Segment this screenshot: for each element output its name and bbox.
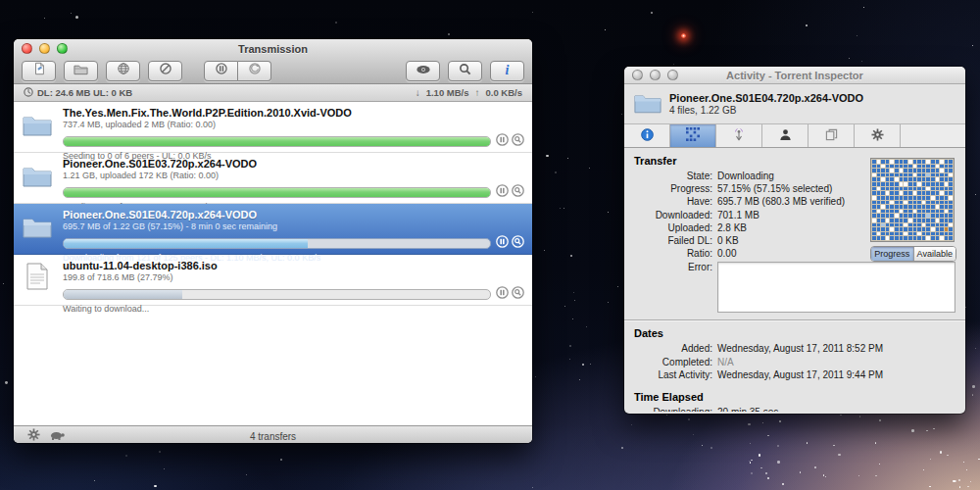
speed-limit-button[interactable] [45,428,69,443]
zoom-button[interactable] [667,70,678,80]
pause-all-button[interactable] [204,61,238,81]
star [760,467,761,468]
antenna-icon [732,127,746,145]
tab-tracker[interactable] [716,124,762,147]
pause-torrent-button[interactable] [496,132,509,150]
piece-cell [913,182,917,186]
tab-activity[interactable] [670,124,716,147]
piece-cell [936,223,940,227]
piece-cell [913,210,917,214]
piece-cell [877,187,881,191]
piece-cell [945,219,949,222]
piece-cell [900,236,904,240]
tab-info[interactable] [624,124,670,147]
transfer-count: 4 transfers [14,431,532,442]
session-totals[interactable]: DL: 24.6 MB UL: 0 KB [37,87,132,98]
inspector-titlebar[interactable]: Activity - Torrent Inspector [624,67,965,84]
failed-dl-label: Failed DL: [634,234,712,247]
piece-cell [917,219,921,222]
quicklook-button[interactable] [406,61,440,81]
info-circle-icon [641,127,654,145]
star [953,480,955,482]
piece-cell [908,182,912,186]
pause-torrent-button[interactable] [496,234,509,252]
piece-cell [913,214,917,218]
piece-cell [917,182,921,186]
piece-cell [890,196,894,200]
piece-cell [900,210,904,214]
piece-cell [926,214,930,218]
piece-cell [917,196,921,200]
reveal-torrent-button[interactable] [512,234,524,252]
reveal-torrent-button[interactable] [512,183,524,201]
filter-search-button[interactable] [448,61,482,81]
piece-cell [922,214,926,218]
piece-cell [917,187,921,191]
reveal-torrent-button[interactable] [512,285,524,303]
open-torrent-button[interactable] [64,61,98,81]
star [838,454,840,456]
inspector-button[interactable]: i [490,61,524,81]
piece-cell [922,210,926,214]
piece-cell [945,182,949,186]
open-address-button[interactable] [106,61,140,81]
star [5,381,8,384]
piece-cell [922,227,926,231]
piece-cell [913,160,917,164]
star [965,307,966,308]
piece-cell [877,223,881,227]
piece-cell [917,232,921,236]
piece-cell [881,173,885,177]
piece-cell [917,214,921,218]
piece-cell [917,205,921,209]
transfer-row[interactable]: Pioneer.One.S01E03.720p.x264-VODO 1.21 G… [14,153,532,204]
minimize-button[interactable] [39,43,50,54]
create-torrent-button[interactable] [22,61,56,81]
star [765,472,767,474]
close-button[interactable] [22,43,32,54]
tab-peers[interactable] [762,124,808,147]
star [567,158,568,159]
piece-cell [900,205,904,209]
piece-cell [900,227,904,231]
piece-cell [922,236,926,240]
download-arrow-icon: ↓ [416,87,420,98]
tab-options[interactable] [855,124,901,147]
tab-files[interactable] [808,124,855,147]
error-label: Error: [634,262,712,313]
preferences-button[interactable] [22,428,45,443]
piece-cell [904,205,907,209]
transfer-row[interactable]: The.Yes.Men.Fix.The.World.P2P.Edition.20… [14,102,532,153]
pieces-progress-segment[interactable]: Progress [871,247,913,261]
resume-all-button[interactable] [238,61,271,81]
transfer-row-selected[interactable]: Pioneer.One.S01E04.720p.x264-VODO 695.7 … [14,204,532,255]
piece-cell [904,191,907,195]
pause-torrent-button[interactable] [496,183,509,201]
piece-cell [881,201,885,205]
piece-cell [949,177,953,181]
inspector-tabs [624,123,965,148]
error-field[interactable] [717,262,956,313]
piece-cell [949,205,953,209]
piece-cell [913,177,917,181]
piece-cell [940,232,944,236]
pause-torrent-button[interactable] [496,285,509,303]
transmission-titlebar[interactable]: Transmission [14,39,532,58]
transfer-totals-icon[interactable] [24,87,33,99]
piece-cell [940,165,944,169]
piece-cell [904,223,907,227]
transfer-row[interactable]: ubuntu-11.04-desktop-i386.iso 199.8 of 7… [14,255,532,306]
piece-cell [895,210,899,214]
piece-cell [908,160,912,164]
pieces-available-segment[interactable]: Available [913,247,956,261]
piece-cell [881,214,885,218]
star [710,447,712,449]
piece-cell [945,205,949,209]
minimize-button[interactable] [650,70,661,80]
piece-cell [872,236,876,240]
reveal-torrent-button[interactable] [512,132,524,150]
progress-bar [63,187,491,198]
close-button[interactable] [632,70,643,80]
remove-button[interactable] [148,61,182,81]
zoom-button[interactable] [57,43,68,54]
